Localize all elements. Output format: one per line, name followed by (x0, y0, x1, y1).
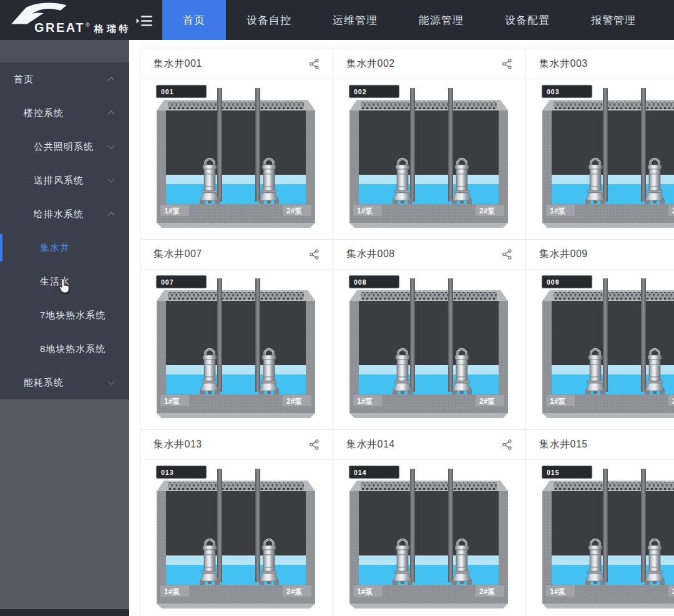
well-card-title: 集水井013 (154, 438, 202, 451)
well-card: 集水井015 (526, 430, 674, 616)
sidebar-fold-icon[interactable] (136, 14, 153, 27)
well-card-header: 集水井002 (333, 49, 525, 79)
well-card-title: 集水井008 (346, 248, 395, 261)
well-card: 集水井002 (333, 49, 526, 240)
pump-left-label: 1#泵 (550, 587, 565, 596)
well-illustration: 1#泵 2#泵 014 (333, 460, 525, 611)
share-icon[interactable] (308, 439, 320, 451)
app-window: GREAT® 格瑞特 首页 设备自控 运维管理 能源管理 设备配置 (0, 0, 674, 616)
water (166, 374, 306, 394)
well-card-header: 集水井003 (526, 49, 674, 79)
sidebar-item-label: 楼控系统 (24, 107, 64, 119)
well-card-header: 集水井001 (140, 49, 333, 79)
well-illustration: 1#泵 2#泵 009 (526, 270, 674, 421)
well-illustration: 1#泵 2#泵 015 (526, 460, 674, 611)
well-card-title: 集水井007 (154, 248, 202, 261)
well-number-text: 007 (161, 278, 174, 286)
well-card-title: 集水井002 (346, 57, 395, 71)
pump-right-label: 2#泵 (286, 587, 302, 596)
well-card: 集水井014 (333, 430, 526, 616)
nav-tab[interactable]: 能源管理 (398, 0, 484, 40)
standpipe (641, 469, 646, 582)
sidebar-item-label: 集水井 (40, 242, 70, 254)
share-icon[interactable] (501, 248, 513, 260)
standpipe (603, 88, 608, 202)
pump-left-label: 1#泵 (357, 207, 373, 215)
sidebar-item[interactable]: 能耗系统 (0, 366, 129, 399)
well-grate (554, 482, 674, 490)
well-grate (168, 292, 304, 300)
sidebar-bottom-strip (0, 609, 129, 616)
standpipe (217, 469, 222, 582)
well-card: 集水井008 (333, 240, 526, 430)
well-card-title: 集水井003 (539, 57, 588, 71)
well-illustration: 1#泵 2#泵 007 (140, 270, 333, 421)
share-icon[interactable] (501, 439, 513, 451)
well-number-text: 003 (547, 88, 560, 95)
standpipe (410, 278, 415, 392)
standpipe (255, 469, 260, 582)
standpipe (448, 88, 453, 202)
well-grate (361, 482, 497, 490)
sidebar-item[interactable]: 7地块热水系统 (0, 298, 129, 332)
well-grate (168, 482, 304, 490)
sidebar-item[interactable]: 生活水 (0, 265, 129, 298)
well-interior (359, 110, 499, 175)
chevron-icon (107, 77, 114, 84)
water (359, 374, 499, 394)
well-number-text: 008 (354, 278, 367, 286)
standpipe (641, 88, 646, 202)
well-card: 集水井001 (140, 49, 333, 240)
chevron-icon (107, 212, 114, 218)
nav-tab[interactable]: 报警管理 (570, 0, 657, 40)
chevron-icon (107, 142, 114, 149)
nav-tab[interactable]: 运维管理 (312, 0, 398, 40)
well-interior (359, 491, 499, 555)
standpipe (448, 278, 453, 392)
nav-tab[interactable]: 设备配置 (484, 0, 570, 40)
sidebar-item-label: 给排水系统 (34, 208, 84, 220)
well-grate (554, 102, 674, 109)
standpipe (603, 278, 608, 392)
sidebar-item-label: 送排风系统 (34, 175, 84, 187)
well-card-grid: 集水井001 (140, 49, 674, 616)
well-illustration: 1#泵 2#泵 008 (333, 270, 525, 421)
pump-right-label: 2#泵 (479, 587, 495, 596)
sidebar-item[interactable]: 8地块热水系统 (0, 332, 129, 366)
nav-tab[interactable]: 首页 (162, 0, 226, 40)
standpipe (217, 88, 222, 202)
pump-left-label: 1#泵 (164, 397, 180, 406)
sidebar-item[interactable]: 楼控系统 (0, 96, 129, 130)
share-icon[interactable] (308, 58, 320, 70)
well-card-header: 集水井007 (140, 240, 333, 270)
well-card-header: 集水井009 (526, 240, 674, 270)
sidebar-item[interactable]: 集水井 (0, 231, 129, 265)
share-icon[interactable] (308, 248, 320, 260)
nav-tab[interactable]: 设备自控 (226, 0, 312, 40)
well-illustration: 1#泵 2#泵 003 (526, 79, 674, 230)
well-card-title: 集水井014 (346, 438, 395, 451)
main-content: 集水井001 (129, 40, 674, 616)
pump-right-label: 2#泵 (286, 207, 302, 215)
sidebar-item[interactable]: 公共照明系统 (0, 130, 129, 164)
water-surface (166, 555, 306, 565)
well-card-header: 集水井013 (140, 430, 333, 460)
pump-left-label: 1#泵 (357, 397, 373, 406)
chevron-icon (107, 110, 114, 117)
sidebar-item[interactable]: 首页 (0, 62, 129, 96)
well-number-text: 015 (547, 469, 560, 476)
standpipe (641, 278, 646, 392)
water (359, 184, 499, 204)
standpipe (448, 469, 453, 582)
water-surface (166, 365, 306, 374)
well-interior (166, 301, 306, 365)
standpipe (255, 278, 260, 392)
pump-left-label: 1#泵 (550, 207, 565, 215)
brand-name-chinese: 格瑞特 (94, 23, 132, 35)
sidebar-item-label: 公共照明系统 (34, 141, 94, 153)
water (166, 565, 306, 585)
share-icon[interactable] (501, 58, 513, 70)
sidebar-item[interactable]: 送排风系统 (0, 164, 129, 197)
sidebar-item[interactable]: 给排水系统 (0, 197, 129, 231)
sidebar: 首页 楼控系统 公共照明系统 送排风系统 (0, 40, 129, 616)
